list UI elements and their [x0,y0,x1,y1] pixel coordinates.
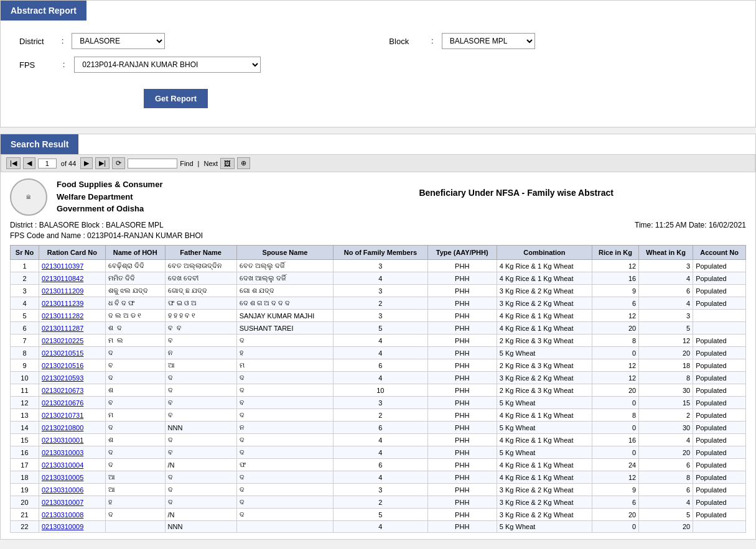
table-row: 17 02130310004 ଦ ‌ ‌ ‌ /N ଫ ‌ ‌ 6 PHH 4 … [11,459,746,471]
logo-area: 🏛 [10,178,47,216]
cell-father: ବ ‌ ‌ ‌ [165,409,236,422]
cell-spouse: SANJAY KUMAR MAJHI [236,310,333,322]
cell-sr: 8 [11,347,39,359]
cell-account: Populated [693,397,746,409]
fps-label: FPS [19,60,57,70]
cell-rice: 9 [592,484,638,496]
cell-members: 3 [334,285,428,297]
cell-hoh: ଦ ‌ ‌ ‌ ‌ [105,372,165,384]
cell-sr: 3 [11,285,39,297]
cell-card[interactable]: 02130111287 [39,322,105,334]
cell-sr: 12 [11,397,39,409]
col-type: Type (AAY/PHH) [427,246,497,260]
dept-info: Food Supplies & Consumer Welfare Departm… [57,178,286,215]
cell-combo: 4 Kg Rice & 1 Kg Wheat [497,322,592,334]
cell-card[interactable]: 02130110397 [39,260,105,272]
cell-wheat: 12 [639,334,693,347]
cell-card[interactable]: 02130210731 [39,409,105,422]
block-colon: : [431,37,433,45]
cell-card[interactable]: 02130310009 [39,521,105,533]
beneficiary-table: Sr No Ration Card No Name of HOH Father … [10,245,746,533]
dept-line2: Welfare Department [57,191,286,203]
cell-members: 3 [334,310,428,322]
cell-sr: 21 [11,509,39,521]
cell-hoh: ମ ‌ ‌ ‌ ‌ [105,409,165,422]
cell-rice: 12 [592,372,638,384]
cell-father: ଦ ‌ ‌ ‌ [165,372,236,384]
cell-account: Populated [693,359,746,372]
table-row: 22 02130310009 ‌ ‌ ‌ ‌ NNN ‌ ‌ ‌ 4 PHH 5… [11,521,746,533]
page-number-input[interactable] [38,159,57,168]
cell-father: ଦ ‌ ‌ [165,471,236,484]
cell-hoh: ଦ ‌ ‌ ‌ ‌ [105,422,165,434]
cell-combo: 2 Kg Rice & 3 Kg Wheat [497,384,592,397]
cell-card[interactable]: 02130111209 [39,285,105,297]
cell-account: Populated [693,285,746,297]
cell-rice: 0 [592,347,638,359]
next-link[interactable]: Next [203,160,218,167]
cell-rice: 0 [592,446,638,459]
fps-select[interactable]: 0213P014-RANJAN KUMAR BHOI [74,57,261,73]
district-colon: : [62,37,63,45]
last-page-btn[interactable]: ▶| [95,157,110,169]
cell-card[interactable]: 02130210676 [39,397,105,409]
cell-card[interactable]: 02130110842 [39,272,105,285]
cell-spouse: ଫ ‌ ‌ [236,459,333,471]
prev-page-btn[interactable]: ◀ [23,157,35,169]
district-label: District [19,37,57,46]
cell-father: ବେତ ଅଲ୍ଲାଉଦ୍ଦିନ [165,260,236,272]
cell-combo: 5 Kg Wheat [497,347,592,359]
export-btn[interactable]: 🖼 [220,158,235,169]
table-row: 16 02130310003 ଦ ‌ ‌ ‌ ‌ ବ ‌ ‌ ‌ ‌ ‌ ଦ ‌… [11,446,746,459]
cell-card[interactable]: 02130210800 [39,422,105,434]
get-report-button[interactable]: Get Report [144,89,208,108]
cell-card[interactable]: 02130210516 [39,359,105,372]
cell-card[interactable]: 02130210515 [39,347,105,359]
cell-type: PHH [427,422,497,434]
find-input[interactable] [128,159,177,168]
block-select[interactable]: BALASORE MPL [442,33,535,49]
cell-card[interactable]: 02130310003 [39,446,105,459]
next-page-btn[interactable]: ▶ [80,157,93,169]
cell-card[interactable]: 02130310004 [39,459,105,471]
table-header-row: Sr No Ration Card No Name of HOH Father … [11,246,746,260]
time-date: Time: 11:25 AM Date: 16/02/2021 [635,221,746,229]
district-select[interactable]: BALASORE [72,33,165,49]
cell-wheat: 20 [639,521,693,533]
cell-spouse: ବେତ ଅଲ୍ଲୁ ଦର୍ଜି [236,260,333,272]
cell-card[interactable]: 02130111239 [39,297,105,310]
table-row: 20 02130310007 ହ ‌ ‌ ‌ ‌ ଦ ‌ ‌ ଦ ‌ ‌ ‌ 2… [11,496,746,509]
cell-members: 4 [334,334,428,347]
cell-rice: 20 [592,509,638,521]
first-page-btn[interactable]: |◀ [6,157,21,169]
col-combo: Combination [497,246,592,260]
cell-card[interactable]: 02130310001 [39,434,105,446]
cell-combo: 5 Kg Wheat [497,446,592,459]
cell-combo: 4 Kg Rice & 1 Kg Wheat [497,272,592,285]
dept-line3: Government of Odisha [57,203,286,215]
cell-card[interactable]: 02130210225 [39,334,105,347]
cell-sr: 9 [11,359,39,372]
zoom-btn[interactable]: ⊕ [237,157,250,169]
cell-card[interactable]: 02130310008 [39,509,105,521]
report-toolbar: |◀ ◀ of 44 ▶ ▶| ⟳ Find | Next 🖼 ⊕ [1,154,755,172]
refresh-btn[interactable]: ⟳ [112,157,125,169]
table-row: 9 02130210516 ବ ‌ ‌ ‌ ଆ ‌ ‌ ‌ ମ ‌ ‌ ‌ ‌ … [11,359,746,372]
cell-combo: 3 Kg Rice & 2 Kg Wheat [497,297,592,310]
search-result-header: Search Result [1,134,78,154]
block-label: Block [389,37,426,46]
find-link[interactable]: Find [180,160,193,167]
cell-card[interactable]: 02130310005 [39,471,105,484]
cell-card[interactable]: 02130310007 [39,496,105,509]
cell-card[interactable]: 02130310006 [39,484,105,496]
cell-type: PHH [427,272,497,285]
cell-type: PHH [427,496,497,509]
cell-rice: 0 [592,521,638,533]
cell-type: PHH [427,434,497,446]
cell-combo: 3 Kg Rice & 2 Kg Wheat [497,285,592,297]
cell-spouse: ଦେ ଶ ଗ ଅ ଦ ଦ ଦ [236,297,333,310]
cell-card[interactable]: 02130210673 [39,384,105,397]
cell-card[interactable]: 02130111282 [39,310,105,322]
cell-card[interactable]: 02130210593 [39,372,105,384]
cell-hoh: ‌ ‌ ‌ ‌ [105,521,165,533]
